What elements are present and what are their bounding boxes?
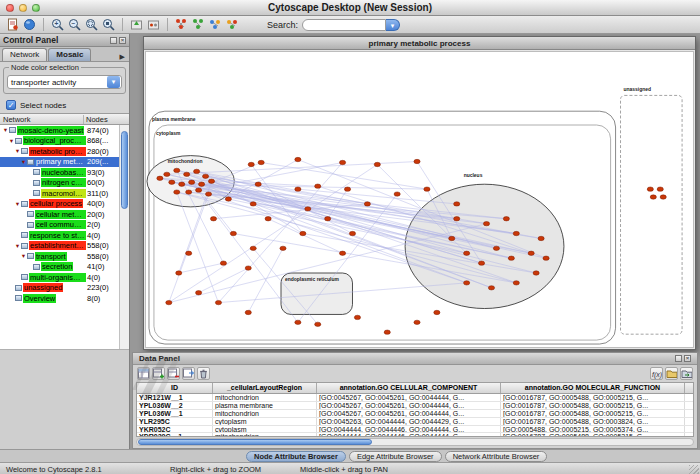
import-attributes-icon[interactable]: [182, 367, 195, 380]
table-cell[interactable]: [GO:0016787, GO:0005488, GO:0005215, G..…: [501, 433, 685, 437]
network-node[interactable]: [503, 217, 509, 221]
network-node[interactable]: [255, 182, 261, 186]
table-cell[interactable]: [GO:0005488, GO:0005215, GO:0005374, G..…: [501, 426, 685, 433]
table-cell[interactable]: [GO:0045263, GO:0044444, GO:0044429, G..…: [317, 418, 501, 425]
search-input[interactable]: [302, 19, 386, 31]
select-nodes-checkbox[interactable]: ✓: [6, 100, 16, 110]
network-node[interactable]: [647, 187, 653, 191]
network-node[interactable]: [245, 310, 251, 314]
network-node[interactable]: [344, 187, 350, 191]
table-horizontal-scrollbar[interactable]: [136, 438, 694, 446]
network-node[interactable]: [186, 251, 192, 255]
tree-expander-icon[interactable]: ▼: [8, 138, 15, 144]
zoom-fit-icon[interactable]: [101, 17, 116, 32]
network-node[interactable]: [354, 315, 360, 319]
table-cell[interactable]: [GO:0044444, GO:0044446, GO:0044444, G..…: [317, 433, 501, 437]
table-row[interactable]: YLR295Ccytoplasm[GO:0045263, GO:0044444,…: [137, 418, 693, 426]
tree-column-network[interactable]: Network: [0, 115, 84, 124]
table-row[interactable]: YKR052Ccytoplasm[GO:0044444, GO:0044446,…: [137, 426, 693, 434]
tree-expander-icon[interactable]: ▼: [20, 253, 27, 259]
network-node[interactable]: [464, 251, 470, 255]
import-network-icon[interactable]: [5, 17, 20, 32]
network-node[interactable]: [538, 236, 544, 240]
table-cell[interactable]: [GO:0016787, GO:0005488, GO:0005215, G..…: [501, 402, 685, 409]
delete-attribute-icon[interactable]: [167, 367, 180, 380]
close-panel-icon[interactable]: ×: [119, 37, 126, 44]
column-header[interactable]: ID: [137, 383, 213, 393]
formula-builder-icon[interactable]: f(x): [650, 367, 663, 380]
network-node[interactable]: [513, 231, 519, 235]
table-cell[interactable]: YPL036W__2: [137, 402, 213, 409]
import-table-icon[interactable]: [665, 367, 678, 380]
network-canvas[interactable]: plasma membranecytoplasmmitochondrionnuc…: [145, 51, 694, 348]
network-node[interactable]: [315, 322, 321, 326]
tab-edge-attribute-browser[interactable]: Edge Attribute Browser: [349, 451, 442, 462]
network-node[interactable]: [325, 217, 331, 221]
create-attribute-icon[interactable]: [152, 367, 165, 380]
tree-item[interactable]: secretion41(0): [0, 262, 119, 273]
network-node[interactable]: [179, 182, 185, 186]
network-node[interactable]: [464, 281, 470, 285]
tree-item[interactable]: ▼metabolic process280(0): [0, 146, 119, 157]
table-cell[interactable]: [GO:0045267, GO:0045261, GO:0044444, G..…: [317, 410, 501, 417]
close-button[interactable]: [6, 4, 14, 12]
tree-item[interactable]: ▼cellular process40(0): [0, 199, 119, 210]
network-node[interactable]: [250, 202, 256, 206]
float-panel-icon[interactable]: [110, 37, 117, 44]
table-cell[interactable]: cytoplasm: [213, 418, 317, 425]
network-node[interactable]: [225, 197, 231, 201]
network-node[interactable]: [414, 320, 420, 324]
tree-item[interactable]: macromolecule...311(0): [0, 188, 119, 199]
tree-item[interactable]: cellular metabol...20(0): [0, 209, 119, 220]
network-node[interactable]: [258, 160, 264, 164]
table-cell[interactable]: YLR295C: [137, 418, 213, 425]
tree-expander-icon[interactable]: ▼: [2, 127, 9, 133]
delete-entries-icon[interactable]: [197, 367, 210, 380]
network-node[interactable]: [174, 168, 180, 172]
minimize-button[interactable]: [19, 4, 27, 12]
tree-column-nodes[interactable]: Nodes: [84, 115, 129, 124]
network-node[interactable]: [248, 162, 254, 166]
network-node[interactable]: [215, 300, 221, 304]
network-node[interactable]: [454, 217, 460, 221]
tab-mosaic[interactable]: Mosaic: [48, 48, 91, 61]
network-node[interactable]: [202, 174, 208, 178]
zoom-out-icon[interactable]: −: [67, 17, 82, 32]
tree-item[interactable]: ▼biological_process868(...: [0, 136, 119, 147]
network-node[interactable]: [208, 179, 214, 183]
scrollbar-thumb[interactable]: [121, 131, 128, 209]
table-cell[interactable]: mitochondrion: [213, 410, 317, 417]
network-node[interactable]: [295, 187, 301, 191]
network-node[interactable]: [434, 310, 440, 314]
network-window-titlebar[interactable]: primary metabolic process: [144, 37, 695, 50]
network-node[interactable]: [199, 182, 205, 186]
network-node[interactable]: [650, 195, 656, 199]
network-node[interactable]: [449, 236, 455, 240]
window-titlebar[interactable]: Cytoscape Desktop (New Session): [0, 0, 700, 16]
network-node[interactable]: [174, 190, 180, 194]
close-panel-icon[interactable]: ×: [684, 355, 691, 362]
graphics-details-icon[interactable]: [146, 17, 161, 32]
tree-item[interactable]: Overview8(0): [0, 293, 119, 304]
zoom-selected-icon[interactable]: [84, 17, 99, 32]
network-node[interactable]: [220, 261, 226, 265]
network-node[interactable]: [300, 231, 306, 235]
column-header[interactable]: annotation.GO CELLULAR_COMPONENT: [317, 383, 501, 393]
network-node[interactable]: [454, 202, 460, 206]
table-row[interactable]: YPL036W__1mitochondrion[GO:0045267, GO:0…: [137, 410, 693, 418]
save-session-icon[interactable]: [22, 17, 37, 32]
table-cell[interactable]: [GO:0016787, GO:0005488, GO:0003824, G..…: [501, 418, 685, 425]
tree-item[interactable]: ▼establishment of l...558(0): [0, 241, 119, 252]
search-options-button[interactable]: ▾: [386, 19, 400, 31]
tree-vertical-scrollbar[interactable]: [119, 125, 129, 349]
network-node[interactable]: [250, 246, 256, 250]
cygroup-collapse-icon[interactable]: [225, 17, 240, 32]
network-node[interactable]: [245, 266, 251, 270]
tree-expander-icon[interactable]: ▼: [14, 243, 21, 249]
network-node[interactable]: [189, 180, 195, 184]
zoom-in-icon[interactable]: +: [50, 17, 65, 32]
annotation-icon[interactable]: [129, 17, 144, 32]
network-node[interactable]: [176, 271, 182, 275]
tab-network[interactable]: Network: [2, 48, 47, 61]
network-node[interactable]: [394, 192, 400, 196]
